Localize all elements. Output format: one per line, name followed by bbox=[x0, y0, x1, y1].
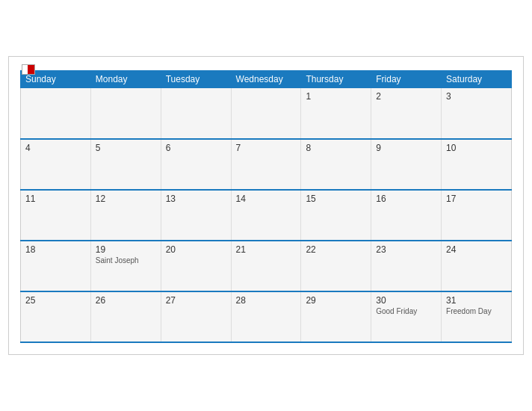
day-number: 17 bbox=[446, 194, 507, 204]
day-number: 12 bbox=[96, 194, 156, 204]
day-number: 4 bbox=[25, 143, 86, 153]
calendar-cell: 30Good Friday bbox=[371, 291, 442, 342]
calendar-cell: 28 bbox=[231, 291, 301, 342]
day-number: 23 bbox=[376, 244, 436, 255]
calendar-cell: 8 bbox=[301, 139, 371, 190]
calendar-cell: 9 bbox=[371, 139, 442, 190]
day-number: 13 bbox=[166, 194, 226, 204]
calendar-cell: 15 bbox=[301, 190, 371, 241]
day-number: 25 bbox=[25, 295, 86, 306]
calendar-cell: 26 bbox=[90, 291, 161, 342]
day-number: 10 bbox=[446, 143, 507, 153]
calendar-cell: 20 bbox=[161, 241, 231, 291]
weekday-header-saturday: Saturday bbox=[442, 71, 512, 88]
calendar-cell: 4 bbox=[21, 139, 91, 190]
calendar-cell: 11 bbox=[21, 190, 91, 241]
calendar-container: SundayMondayTuesdayWednesdayThursdayFrid… bbox=[8, 56, 524, 355]
calendar-cell: 27 bbox=[161, 291, 231, 342]
calendar-cell: 2 bbox=[371, 88, 442, 139]
day-number: 28 bbox=[236, 295, 297, 306]
day-number: 3 bbox=[446, 91, 507, 102]
calendar-cell bbox=[21, 88, 91, 139]
holiday-label: Saint Joseph bbox=[96, 256, 156, 265]
calendar-cell: 3 bbox=[442, 88, 512, 139]
day-number: 14 bbox=[236, 194, 297, 204]
holiday-label: Good Friday bbox=[376, 307, 436, 315]
week-row-4: 252627282930Good Friday31Freedom Day bbox=[21, 291, 512, 342]
day-number: 22 bbox=[306, 244, 366, 255]
week-row-1: 45678910 bbox=[21, 139, 512, 190]
day-number: 29 bbox=[306, 295, 366, 306]
calendar-cell: 31Freedom Day bbox=[442, 291, 512, 342]
week-row-3: 1819Saint Joseph2021222324 bbox=[21, 241, 512, 291]
day-number: 2 bbox=[376, 91, 436, 102]
calendar-cell: 16 bbox=[371, 190, 442, 241]
day-number: 6 bbox=[166, 143, 226, 153]
weekday-header-monday: Monday bbox=[90, 71, 161, 88]
calendar-cell: 21 bbox=[231, 241, 301, 291]
calendar-cell: 24 bbox=[442, 241, 512, 291]
weekday-header-thursday: Thursday bbox=[301, 71, 371, 88]
day-number: 8 bbox=[306, 143, 366, 153]
day-number: 19 bbox=[96, 244, 156, 255]
day-number: 24 bbox=[446, 244, 507, 255]
holiday-label: Freedom Day bbox=[446, 307, 507, 315]
logo-blue-text bbox=[20, 64, 35, 75]
calendar-cell: 14 bbox=[231, 190, 301, 241]
calendar-cell bbox=[231, 88, 301, 139]
calendar-cell bbox=[90, 88, 161, 139]
day-number: 18 bbox=[25, 244, 86, 255]
day-number: 7 bbox=[236, 143, 297, 153]
calendar-table: SundayMondayTuesdayWednesdayThursdayFrid… bbox=[20, 70, 512, 343]
week-row-2: 11121314151617 bbox=[21, 190, 512, 241]
weekday-header-wednesday: Wednesday bbox=[231, 71, 301, 88]
calendar-cell: 1 bbox=[301, 88, 371, 139]
day-number: 1 bbox=[306, 91, 366, 102]
day-number: 15 bbox=[306, 194, 366, 204]
calendar-cell: 19Saint Joseph bbox=[90, 241, 161, 291]
day-number: 21 bbox=[236, 244, 297, 255]
week-row-0: 123 bbox=[21, 88, 512, 139]
weekday-header-friday: Friday bbox=[371, 71, 442, 88]
day-number: 16 bbox=[376, 194, 436, 204]
day-number: 20 bbox=[166, 244, 226, 255]
day-number: 30 bbox=[376, 295, 436, 306]
logo-flag-icon bbox=[22, 64, 35, 75]
calendar-cell bbox=[161, 88, 231, 139]
calendar-cell: 12 bbox=[90, 190, 161, 241]
day-number: 11 bbox=[25, 194, 86, 204]
calendar-cell: 17 bbox=[442, 190, 512, 241]
calendar-cell: 22 bbox=[301, 241, 371, 291]
calendar-cell: 29 bbox=[301, 291, 371, 342]
calendar-cell: 13 bbox=[161, 190, 231, 241]
weekday-header-tuesday: Tuesday bbox=[161, 71, 231, 88]
calendar-cell: 7 bbox=[231, 139, 301, 190]
logo bbox=[20, 64, 35, 75]
calendar-cell: 10 bbox=[442, 139, 512, 190]
day-number: 9 bbox=[376, 143, 436, 153]
calendar-cell: 6 bbox=[161, 139, 231, 190]
day-number: 26 bbox=[96, 295, 156, 306]
calendar-cell: 23 bbox=[371, 241, 442, 291]
calendar-cell: 5 bbox=[90, 139, 161, 190]
day-number: 31 bbox=[446, 295, 507, 306]
calendar-cell: 25 bbox=[21, 291, 91, 342]
day-number: 5 bbox=[96, 143, 156, 153]
day-number: 27 bbox=[166, 295, 226, 306]
weekday-header-row: SundayMondayTuesdayWednesdayThursdayFrid… bbox=[21, 71, 512, 88]
calendar-cell: 18 bbox=[21, 241, 91, 291]
